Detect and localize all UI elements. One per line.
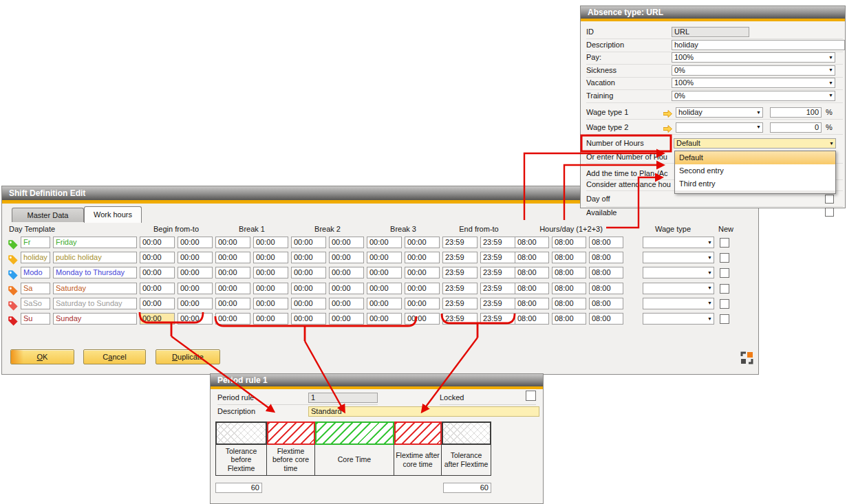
time-cell-su-4[interactable]: 00:00 <box>291 313 326 325</box>
link-arrow-icon[interactable] <box>663 125 672 133</box>
day-name-field-su[interactable]: Sunday <box>53 313 137 325</box>
time-cell-fr-6[interactable]: 00:00 <box>367 237 402 248</box>
time-cell-holiday-0[interactable]: 00:00 <box>140 252 175 263</box>
new-checkbox-holiday[interactable] <box>720 253 729 263</box>
time-cell-sa-2[interactable]: 00:00 <box>215 283 250 294</box>
hours-cell-su-2[interactable]: 08:00 <box>589 313 623 325</box>
time-cell-saso-5[interactable]: 00:00 <box>329 298 364 309</box>
expand-window-icon[interactable] <box>740 351 753 364</box>
link-arrow-icon[interactable] <box>663 110 672 118</box>
tab-work-hours[interactable]: Work hours <box>84 206 142 223</box>
description-field[interactable]: Standard <box>308 406 539 417</box>
absence-combo-pay[interactable]: 100% <box>672 52 835 63</box>
ok-button[interactable]: OK <box>10 349 74 364</box>
time-cell-modo-6[interactable]: 00:00 <box>367 267 402 278</box>
hours-cell-su-0[interactable]: 08:00 <box>515 313 549 325</box>
dropdown-item-third-entry[interactable]: Third entry <box>675 177 835 190</box>
time-cell-su-3[interactable]: 00:00 <box>253 313 288 325</box>
time-cell-sa-9[interactable]: 23:59 <box>480 283 515 294</box>
tolerance-before-field[interactable]: 60 <box>215 483 262 493</box>
time-cell-fr-7[interactable]: 00:00 <box>405 237 440 248</box>
time-cell-modo-4[interactable]: 00:00 <box>291 267 326 278</box>
day-id-field-su[interactable]: Su <box>21 313 50 325</box>
absence-combo-sickness[interactable]: 0% <box>672 65 835 76</box>
time-cell-sa-3[interactable]: 00:00 <box>253 283 288 294</box>
hours-cell-sa-1[interactable]: 08:00 <box>552 283 586 294</box>
time-cell-su-9[interactable]: 23:59 <box>480 313 515 325</box>
hours-cell-fr-0[interactable]: 08:00 <box>515 237 549 248</box>
time-cell-saso-6[interactable]: 00:00 <box>367 298 402 309</box>
time-cell-holiday-9[interactable]: 23:59 <box>480 252 515 263</box>
wage-type-1-percent-field[interactable]: 100 <box>770 107 822 118</box>
time-cell-su-8[interactable]: 23:59 <box>442 313 478 325</box>
time-cell-sa-6[interactable]: 00:00 <box>367 283 402 294</box>
day-name-field-saso[interactable]: Saturday to Sunday <box>53 298 137 309</box>
wage-type-combo-modo[interactable] <box>643 267 714 278</box>
duplicate-button[interactable]: Duplicate <box>156 349 220 364</box>
time-cell-sa-1[interactable]: 00:00 <box>178 283 213 294</box>
day-name-field-modo[interactable]: Monday to Thursday <box>53 267 137 278</box>
day-id-field-sa[interactable]: Sa <box>21 283 50 294</box>
time-cell-modo-2[interactable]: 00:00 <box>215 267 250 278</box>
day-name-field-fr[interactable]: Friday <box>53 237 137 248</box>
time-cell-holiday-1[interactable]: 00:00 <box>178 252 213 263</box>
time-cell-su-7[interactable]: 00:00 <box>405 313 440 325</box>
time-cell-modo-3[interactable]: 00:00 <box>253 267 288 278</box>
new-checkbox-su[interactable] <box>720 314 729 324</box>
absence-field-description[interactable]: holiday <box>672 40 845 50</box>
hours-cell-fr-1[interactable]: 08:00 <box>552 237 586 248</box>
time-cell-holiday-6[interactable]: 00:00 <box>367 252 402 263</box>
hours-cell-modo-1[interactable]: 08:00 <box>552 267 586 278</box>
absence-combo-training[interactable]: 0% <box>672 91 835 101</box>
time-cell-holiday-2[interactable]: 00:00 <box>215 252 250 263</box>
time-cell-modo-5[interactable]: 00:00 <box>329 267 364 278</box>
number-of-hours-combo[interactable]: Default <box>674 138 836 149</box>
day-id-field-holiday[interactable]: holiday <box>21 252 50 263</box>
hours-cell-sa-2[interactable]: 08:00 <box>589 283 623 294</box>
time-cell-saso-7[interactable]: 00:00 <box>405 298 440 309</box>
time-cell-saso-8[interactable]: 23:59 <box>442 298 478 309</box>
hours-cell-sa-0[interactable]: 08:00 <box>515 283 549 294</box>
wage-type-2-combo[interactable] <box>676 122 763 133</box>
time-cell-holiday-4[interactable]: 00:00 <box>291 252 326 263</box>
time-cell-fr-9[interactable]: 23:59 <box>480 237 515 248</box>
time-cell-sa-5[interactable]: 00:00 <box>329 283 364 294</box>
day-id-field-modo[interactable]: Modo <box>21 267 50 278</box>
time-cell-su-5[interactable]: 00:00 <box>329 313 364 325</box>
period-window-titlebar[interactable]: Period rule 1 <box>211 374 543 386</box>
time-cell-saso-9[interactable]: 23:59 <box>480 298 515 309</box>
hours-cell-saso-1[interactable]: 08:00 <box>552 298 586 309</box>
wage-type-combo-saso[interactable] <box>643 298 714 309</box>
day-id-field-saso[interactable]: SaSo <box>21 298 50 309</box>
time-cell-saso-3[interactable]: 00:00 <box>253 298 288 309</box>
hours-cell-holiday-2[interactable]: 08:00 <box>589 252 623 263</box>
new-checkbox-saso[interactable] <box>720 299 729 309</box>
new-checkbox-sa[interactable] <box>720 284 729 294</box>
absence-combo-vacation[interactable]: 100% <box>672 78 835 88</box>
time-cell-fr-1[interactable]: 00:00 <box>178 237 213 248</box>
time-cell-modo-8[interactable]: 23:59 <box>442 267 478 278</box>
time-cell-saso-2[interactable]: 00:00 <box>215 298 250 309</box>
hours-cell-modo-2[interactable]: 08:00 <box>589 267 623 278</box>
time-cell-sa-7[interactable]: 00:00 <box>405 283 440 294</box>
time-cell-sa-8[interactable]: 23:59 <box>442 283 478 294</box>
time-cell-su-0[interactable]: 00:00 <box>140 313 175 325</box>
time-cell-saso-1[interactable]: 00:00 <box>178 298 213 309</box>
tolerance-after-field[interactable]: 60 <box>443 483 491 493</box>
time-cell-holiday-3[interactable]: 00:00 <box>253 252 288 263</box>
absence-dialog-titlebar[interactable]: Absence type: URL <box>581 6 845 19</box>
tab-master-data[interactable]: Master Data <box>12 208 84 222</box>
hours-cell-saso-2[interactable]: 08:00 <box>589 298 623 309</box>
time-cell-sa-4[interactable]: 00:00 <box>291 283 326 294</box>
time-cell-holiday-8[interactable]: 23:59 <box>442 252 478 263</box>
hours-cell-modo-0[interactable]: 08:00 <box>515 267 549 278</box>
time-cell-fr-5[interactable]: 00:00 <box>329 237 364 248</box>
wage-type-combo-holiday[interactable] <box>643 252 714 263</box>
time-cell-modo-1[interactable]: 00:00 <box>178 267 213 278</box>
time-cell-fr-8[interactable]: 23:59 <box>442 237 478 248</box>
time-cell-su-2[interactable]: 00:00 <box>215 313 250 325</box>
wage-type-combo-fr[interactable] <box>643 237 714 248</box>
hours-cell-holiday-1[interactable]: 08:00 <box>552 252 586 263</box>
new-checkbox-modo[interactable] <box>720 268 729 278</box>
time-cell-holiday-7[interactable]: 00:00 <box>405 252 440 263</box>
